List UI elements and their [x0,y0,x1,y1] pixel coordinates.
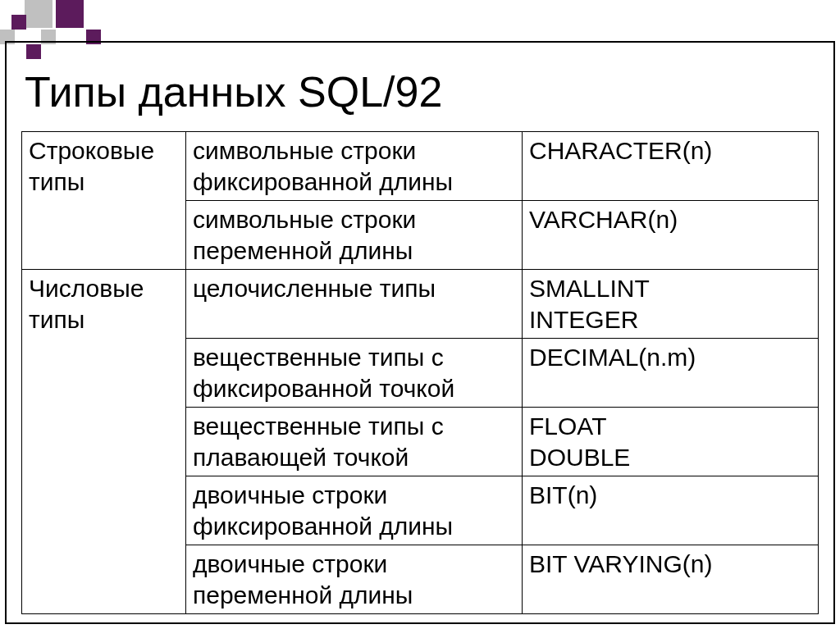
description-cell: символьные строки фиксированной длины [186,132,523,201]
deco-sq-purple [56,0,84,28]
type-line: SMALLINT [529,273,811,304]
description-cell: двоичные строки переменной длины [186,545,523,614]
table-row: Строковые типы символьные строки фиксиро… [22,132,819,201]
content-frame: Типы данных SQL/92 Строковые типы символ… [5,41,835,624]
deco-sq-gray [25,0,52,28]
type-cell: CHARACTER(n) [523,132,819,201]
type-cell: VARCHAR(n) [523,201,819,270]
description-cell: вещественные типы с плавающей точкой [186,408,523,476]
page-title: Типы данных SQL/92 [25,67,819,116]
type-cell: BIT(n) [523,476,819,545]
type-cell: BIT VARYING(n) [523,545,819,614]
description-cell: двоичные строки фиксированной длины [186,476,523,545]
type-line: INTEGER [529,304,811,335]
description-cell: целочисленные типы [186,270,523,339]
description-cell: вещественные типы с фиксированной точкой [186,339,523,408]
type-cell: DECIMAL(n.m) [523,339,819,408]
datatype-table: Строковые типы символьные строки фиксиро… [21,131,819,614]
type-cell: SMALLINT INTEGER [523,270,819,339]
category-cell: Строковые типы [22,132,186,270]
table-row: Числовые типы целочисленные типы SMALLIN… [22,270,819,339]
description-cell: символьные строки переменной длины [186,201,523,270]
type-line: DOUBLE [529,442,811,473]
type-cell: FLOAT DOUBLE [523,408,819,476]
type-line: FLOAT [529,411,811,442]
category-cell: Числовые типы [22,270,186,614]
deco-sq-purple [11,15,26,30]
